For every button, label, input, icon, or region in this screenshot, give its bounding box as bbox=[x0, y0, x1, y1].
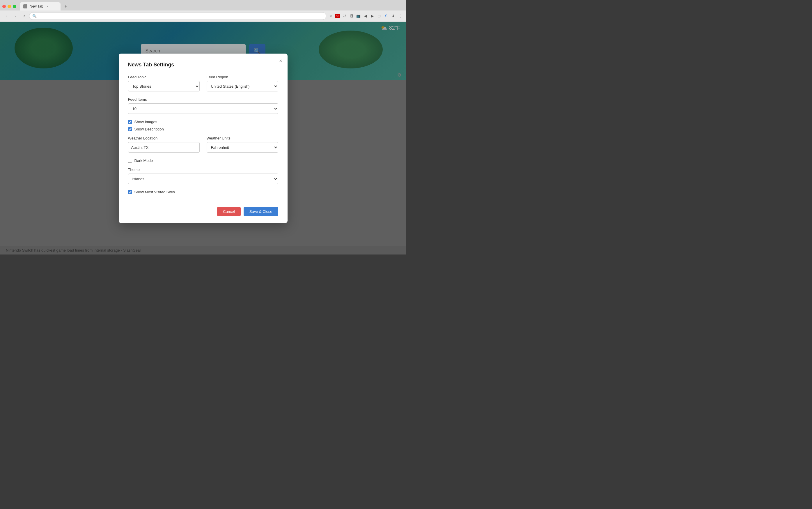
feed-topic-label: Feed Topic bbox=[128, 75, 200, 79]
extension-icon3[interactable]: 🖼 bbox=[348, 13, 354, 19]
feed-items-group: Feed Items 5 10 15 20 25 bbox=[128, 97, 278, 114]
feed-topic-region-row: Feed Topic Top Stories Technology Sports… bbox=[128, 75, 278, 92]
feed-items-row: Feed Items 5 10 15 20 25 bbox=[128, 97, 278, 114]
dark-mode-label: Dark Mode bbox=[135, 159, 153, 163]
most-visited-checkbox[interactable] bbox=[128, 190, 132, 194]
dark-mode-section: Dark Mode bbox=[128, 159, 278, 163]
tab-close-btn[interactable]: × bbox=[45, 4, 49, 8]
show-images-checkbox[interactable] bbox=[128, 120, 132, 124]
back-button[interactable]: ‹ bbox=[3, 12, 10, 20]
extension-icon7[interactable]: ⊟ bbox=[376, 13, 382, 19]
modal-overlay: News Tab Settings × Feed Topic Top Stori… bbox=[0, 22, 406, 254]
browser-toolbar: ‹ › ↺ 🔍 ☆ AD 🛡 🖼 📺 ◀ ▶ ⊟ S ⬇ ⋮ bbox=[0, 10, 406, 22]
feed-items-label: Feed Items bbox=[128, 97, 278, 102]
address-bar[interactable]: 🔍 bbox=[29, 12, 326, 20]
forward-button[interactable]: › bbox=[12, 12, 19, 20]
feed-items-select[interactable]: 5 10 15 20 25 bbox=[128, 103, 278, 114]
extension-icon5[interactable]: ◀ bbox=[362, 13, 368, 19]
show-images-row: Show Images bbox=[128, 120, 278, 124]
window-close-btn[interactable] bbox=[2, 5, 6, 8]
reload-button[interactable]: ↺ bbox=[21, 12, 27, 20]
tab-favicon bbox=[23, 4, 27, 8]
search-icon: 🔍 bbox=[32, 14, 37, 18]
weather-location-input[interactable] bbox=[128, 142, 200, 152]
dark-mode-row: Dark Mode bbox=[128, 159, 278, 163]
modal-footer: Cancel Save & Close bbox=[128, 202, 278, 216]
weather-location-label: Weather Location bbox=[128, 136, 200, 140]
tab-title: New Tab bbox=[30, 4, 43, 8]
feed-topic-select[interactable]: Top Stories Technology Sports Business E… bbox=[128, 81, 200, 92]
menu-icon[interactable]: ⋮ bbox=[397, 13, 403, 19]
show-description-row: Show Description bbox=[128, 127, 278, 131]
theme-group: Theme Islands Mountains Ocean Forest Def… bbox=[128, 167, 278, 184]
new-tab-button[interactable]: + bbox=[62, 2, 70, 10]
weather-units-group: Weather Units Fahrenheit Celsius bbox=[207, 136, 278, 152]
cancel-button[interactable]: Cancel bbox=[217, 207, 241, 216]
show-description-checkbox[interactable] bbox=[128, 127, 132, 131]
weather-location-group: Weather Location bbox=[128, 136, 200, 152]
theme-select[interactable]: Islands Mountains Ocean Forest Default bbox=[128, 174, 278, 184]
theme-row: Theme Islands Mountains Ocean Forest Def… bbox=[128, 167, 278, 184]
extension-icon8[interactable]: S bbox=[383, 13, 389, 19]
theme-label: Theme bbox=[128, 167, 278, 172]
window-maximize-btn[interactable] bbox=[13, 5, 16, 8]
browser-chrome: New Tab × + ‹ › ↺ 🔍 ☆ AD 🛡 🖼 📺 ◀ ▶ ⊟ S ⬇… bbox=[0, 0, 406, 22]
window-controls bbox=[2, 5, 16, 8]
most-visited-label: Show Most Visited Sites bbox=[135, 190, 175, 194]
toolbar-right: ☆ AD 🛡 🖼 📺 ◀ ▶ ⊟ S ⬇ ⋮ bbox=[328, 13, 403, 19]
tab-bar: New Tab × + bbox=[0, 0, 406, 10]
save-close-button[interactable]: Save & Close bbox=[244, 207, 278, 216]
window-minimize-btn[interactable] bbox=[7, 5, 11, 8]
show-images-label: Show Images bbox=[135, 120, 157, 124]
weather-units-select[interactable]: Fahrenheit Celsius bbox=[207, 142, 278, 152]
modal-title: News Tab Settings bbox=[128, 62, 278, 68]
most-visited-section: Show Most Visited Sites bbox=[128, 190, 278, 194]
extension-icon4[interactable]: 📺 bbox=[355, 13, 361, 19]
browser-tab[interactable]: New Tab × bbox=[20, 2, 61, 10]
most-visited-row: Show Most Visited Sites bbox=[128, 190, 278, 194]
extension-icon9[interactable]: ⬇ bbox=[390, 13, 396, 19]
page-content: ⛅ 82°F 🔍 ⚙ Nintendo Switch has quickest … bbox=[0, 22, 406, 254]
dark-mode-checkbox[interactable] bbox=[128, 159, 132, 163]
weather-row: Weather Location Weather Units Fahrenhei… bbox=[128, 136, 278, 152]
modal-close-button[interactable]: × bbox=[279, 58, 282, 64]
show-description-label: Show Description bbox=[135, 127, 164, 131]
checkboxes-section: Show Images Show Description bbox=[128, 120, 278, 131]
extension-icon6[interactable]: ▶ bbox=[369, 13, 375, 19]
bookmark-icon[interactable]: ☆ bbox=[328, 13, 334, 19]
extension-icon2[interactable]: 🛡 bbox=[341, 13, 347, 19]
feed-region-label: Feed Region bbox=[207, 75, 278, 79]
extension-icon1[interactable]: AD bbox=[335, 14, 340, 18]
weather-units-label: Weather Units bbox=[207, 136, 278, 140]
feed-region-group: Feed Region United States (English) Unit… bbox=[207, 75, 278, 92]
feed-topic-group: Feed Topic Top Stories Technology Sports… bbox=[128, 75, 200, 92]
settings-modal: News Tab Settings × Feed Topic Top Stori… bbox=[119, 54, 288, 223]
feed-region-select[interactable]: United States (English) United Kingdom (… bbox=[207, 81, 278, 92]
